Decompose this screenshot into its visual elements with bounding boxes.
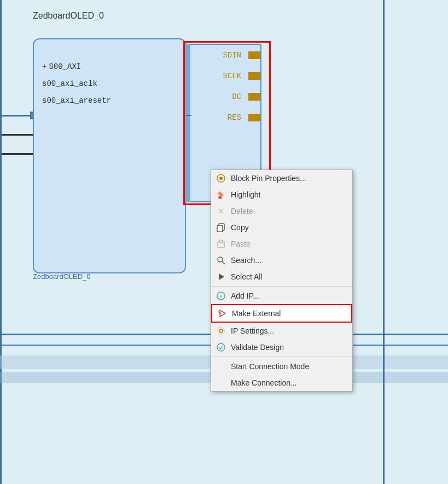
menu-item-highlight-label: Highlight xyxy=(231,190,260,199)
menu-item-validate-design-label: Validate Design xyxy=(231,343,284,352)
svg-rect-4 xyxy=(217,225,223,232)
axi-aclk-label: s00_axi_aclk xyxy=(42,75,177,92)
menu-separator-2 xyxy=(211,357,352,357)
wire-h-2 xyxy=(2,134,33,136)
menu-item-delete-label: Delete xyxy=(231,207,253,215)
block-inner: + S00_AXI s00_axi_aclk s00_axi_aresetr xyxy=(34,39,185,114)
wire-h-3 xyxy=(2,153,33,155)
svg-point-7 xyxy=(218,257,223,262)
svg-point-14 xyxy=(219,329,223,333)
block-title: ZedboardOLED_0 xyxy=(33,11,104,21)
svg-point-16 xyxy=(217,343,225,351)
svg-point-1 xyxy=(219,177,223,180)
v-line-right xyxy=(383,0,385,484)
search-icon xyxy=(216,255,226,266)
menu-item-validate-design[interactable]: Validate Design xyxy=(211,339,352,355)
menu-item-paste-label: Paste xyxy=(231,240,251,248)
ip-settings-icon xyxy=(216,325,226,336)
menu-item-add-ip[interactable]: + Add IP... xyxy=(211,288,352,304)
menu-item-ip-settings[interactable]: IP Settings... xyxy=(211,323,352,339)
svg-point-15 xyxy=(218,328,224,334)
menu-item-make-connection-label: Make Connection... xyxy=(231,378,297,387)
paste-icon xyxy=(216,238,226,249)
svg-line-8 xyxy=(222,261,225,264)
menu-item-start-connection-mode[interactable]: Start Connection Mode xyxy=(211,358,352,375)
validate-design-icon xyxy=(216,342,226,353)
svg-rect-2 xyxy=(218,191,224,197)
block-label-bottom: ZedboardOLED_0 xyxy=(33,272,91,281)
delete-icon: ✕ xyxy=(216,206,226,217)
menu-item-copy-label: Copy xyxy=(231,223,249,232)
svg-marker-9 xyxy=(219,273,224,280)
block-component: + S00_AXI s00_axi_aclk s00_axi_aresetr xyxy=(33,38,186,273)
make-external-icon xyxy=(217,308,228,319)
select-all-icon xyxy=(216,271,226,282)
axi-aresetn-label: s00_axi_aresetr xyxy=(42,92,177,109)
menu-item-search-label: Search... xyxy=(231,256,261,265)
menu-item-paste[interactable]: Paste xyxy=(211,236,352,252)
svg-rect-6 xyxy=(219,240,223,243)
highlight-icon xyxy=(216,189,226,200)
menu-item-block-pin-properties[interactable]: Block Pin Properties... xyxy=(211,170,352,186)
menu-item-ip-settings-label: IP Settings... xyxy=(231,326,274,335)
start-connection-icon xyxy=(216,361,226,372)
wire-h-1 xyxy=(2,115,34,116)
make-connection-icon xyxy=(216,377,226,388)
menu-item-copy[interactable]: Copy xyxy=(211,219,352,236)
menu-item-select-all-label: Select All xyxy=(231,272,263,281)
menu-item-highlight[interactable]: Highlight xyxy=(211,186,352,203)
context-menu: Block Pin Properties... Highlight ✕ Dele… xyxy=(211,170,353,392)
block-pin-properties-icon xyxy=(216,173,226,184)
menu-item-start-connection-mode-label: Start Connection Mode xyxy=(231,362,309,371)
add-ip-icon: + xyxy=(216,290,226,301)
menu-separator-1 xyxy=(211,286,352,287)
menu-item-delete[interactable]: ✕ Delete xyxy=(211,203,352,219)
svg-text:+: + xyxy=(219,293,223,299)
block-label-text: ZedboardOLED_0 xyxy=(33,272,91,281)
v-line-left xyxy=(0,0,2,484)
menu-item-add-ip-label: Add IP... xyxy=(231,291,259,300)
plus-icon: + xyxy=(42,62,46,71)
menu-item-search[interactable]: Search... xyxy=(211,252,352,269)
menu-item-make-external-label: Make External xyxy=(232,309,281,318)
menu-item-make-external[interactable]: Make External xyxy=(211,304,352,323)
s00-axi-label: S00_AXI xyxy=(49,59,81,75)
menu-item-select-all[interactable]: Select All xyxy=(211,269,352,285)
s00-axi-row: + S00_AXI xyxy=(42,59,177,75)
copy-icon xyxy=(216,222,226,233)
menu-item-block-pin-properties-label: Block Pin Properties... xyxy=(231,174,306,183)
menu-item-make-connection[interactable]: Make Connection... xyxy=(211,375,352,391)
